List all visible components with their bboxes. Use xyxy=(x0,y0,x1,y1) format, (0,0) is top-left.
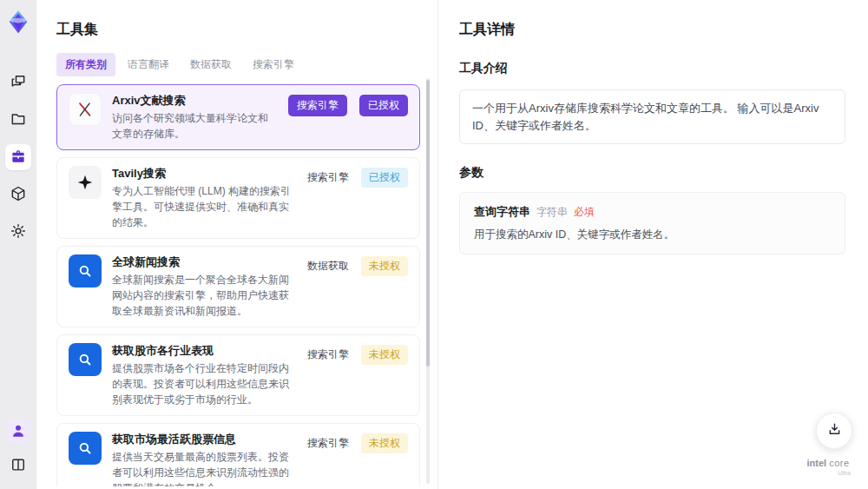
left-rail xyxy=(0,0,36,489)
arxiv-icon xyxy=(69,93,102,126)
tool-category: 搜索引擎 xyxy=(307,170,349,185)
tab-label: 搜索引擎 xyxy=(253,58,294,70)
tab-label: 所有类别 xyxy=(65,58,107,70)
panels-icon xyxy=(10,456,27,476)
tool-auth-badge: 未授权 xyxy=(361,433,408,453)
tool-name: Tavily搜索 xyxy=(112,166,297,181)
tool-category: 数据获取 xyxy=(307,259,349,274)
tool-card[interactable]: 全球新闻搜索 全球新闻搜索是一个聚合全球各大新闻网站内容的搜索引擎，帮助用户快速… xyxy=(56,246,420,327)
category-tab[interactable]: 所有类别 xyxy=(56,53,115,76)
search-blue-icon xyxy=(69,343,102,376)
tool-meta: 数据获取 未授权 xyxy=(307,256,408,276)
tool-body: Arxiv文献搜索 访问各个研究领域大量科学论文和文章的存储库。 xyxy=(112,93,278,142)
user-icon xyxy=(10,422,27,442)
category-tab[interactable]: 数据获取 xyxy=(181,53,240,76)
tool-meta: 搜索引擎 已授权 xyxy=(288,95,408,116)
tool-meta: 搜索引擎 未授权 xyxy=(307,345,408,365)
param-item: 查询字符串 字符串 必填 用于搜索的Arxiv ID、关键字或作者姓名。 xyxy=(459,192,845,254)
params-list: 查询字符串 字符串 必填 用于搜索的Arxiv ID、关键字或作者姓名。 xyxy=(459,192,845,254)
sidebar-item-packages[interactable] xyxy=(5,182,31,208)
category-tabs: 所有类别 语言翻译 数据获取 搜索引擎 xyxy=(56,53,420,76)
tool-description: 全球新闻搜索是一个聚合全球各大新闻网站内容的搜索引擎，帮助用户快速获取全球最新资… xyxy=(112,272,297,319)
tool-card[interactable]: Tavily搜索 专为人工智能代理 (LLM) 构建的搜索引擎工具。可快速提供实… xyxy=(56,157,420,239)
sidebar-item-toolbox[interactable] xyxy=(5,144,31,170)
tool-name: Arxiv文献搜索 xyxy=(112,93,278,108)
tool-description: 专为人工智能代理 (LLM) 构建的搜索引擎工具。可快速提供实时、准确和真实的结… xyxy=(112,183,297,230)
scrollbar-thumb[interactable] xyxy=(426,80,430,367)
tool-meta: 搜索引擎 已授权 xyxy=(307,168,408,188)
tool-card[interactable]: Arxiv文献搜索 访问各个研究领域大量科学论文和文章的存储库。 搜索引擎 已授… xyxy=(56,84,420,150)
tool-body: 获取股市各行业表现 提供股票市场各个行业在特定时间段内的表现。投资者可以利用这些… xyxy=(112,343,297,407)
tool-name: 全球新闻搜索 xyxy=(112,254,297,269)
detail-title: 工具详情 xyxy=(459,21,845,39)
param-name: 查询字符串 xyxy=(474,204,530,220)
params-heading: 参数 xyxy=(459,165,845,181)
param-head: 查询字符串 字符串 必填 xyxy=(474,204,831,220)
tool-auth-badge: 未授权 xyxy=(361,345,408,365)
tool-category: 搜索引擎 xyxy=(288,95,347,116)
param-type: 字符串 xyxy=(536,205,568,220)
settings-icon xyxy=(10,222,27,242)
tool-body: 全球新闻搜索 全球新闻搜索是一个聚合全球各大新闻网站内容的搜索引擎，帮助用户快速… xyxy=(112,254,297,319)
chat-icon xyxy=(10,73,27,93)
tool-category: 搜索引擎 xyxy=(307,347,349,362)
download-icon xyxy=(826,421,843,440)
tool-auth-badge: 未授权 xyxy=(361,256,408,276)
tool-card[interactable]: 获取市场最活跃股票信息 提供当天交易量最高的股票列表。投资者可以利用这些信息来识… xyxy=(56,423,420,486)
toolbox-icon xyxy=(10,148,27,168)
tool-name: 获取股市各行业表现 xyxy=(112,343,297,358)
rail-bottom xyxy=(5,420,31,479)
tool-list-panel: 工具集 所有类别 语言翻译 数据获取 搜索引擎 Arxiv文献搜索 访问各个研究… xyxy=(36,0,437,489)
sidebar-item-files[interactable] xyxy=(5,107,31,133)
intro-heading: 工具介绍 xyxy=(459,61,845,76)
tool-description: 提供股票市场各个行业在特定时间段内的表现。投资者可以利用这些信息来识别表现优于或… xyxy=(112,360,297,407)
folder-icon xyxy=(10,110,27,130)
tool-auth-badge: 已授权 xyxy=(359,95,408,116)
tool-description: 提供当天交易量最高的股票列表。投资者可以利用这些信息来识别流动性强的股票和潜在的… xyxy=(112,449,297,486)
tool-body: Tavily搜索 专为人工智能代理 (LLM) 构建的搜索引擎工具。可快速提供实… xyxy=(112,166,297,230)
tool-card[interactable]: 获取股市各行业表现 提供股票市场各个行业在特定时间段内的表现。投资者可以利用这些… xyxy=(56,334,420,416)
search-blue-icon xyxy=(69,254,102,287)
tool-detail-panel: 工具详情 工具介绍 一个用于从Arxiv存储库搜索科学论文和文章的工具。 输入可… xyxy=(437,0,868,489)
param-description: 用于搜索的Arxiv ID、关键字或作者姓名。 xyxy=(474,228,831,242)
tool-intro-box: 一个用于从Arxiv存储库搜索科学论文和文章的工具。 输入可以是Arxiv ID… xyxy=(459,89,845,144)
sidebar-item-collapse[interactable] xyxy=(5,453,31,479)
tool-list: Arxiv文献搜索 访问各个研究领域大量科学论文和文章的存储库。 搜索引擎 已授… xyxy=(56,84,420,486)
app-logo xyxy=(5,9,31,35)
sidebar-item-user[interactable] xyxy=(6,420,30,444)
tab-label: 语言翻译 xyxy=(128,58,169,70)
page-title: 工具集 xyxy=(56,21,420,39)
download-button[interactable] xyxy=(816,413,852,449)
intel-core-logo: intel core Ultra xyxy=(802,458,854,479)
category-tab[interactable]: 语言翻译 xyxy=(119,53,178,76)
tool-description: 访问各个研究领域大量科学论文和文章的存储库。 xyxy=(112,110,278,142)
sidebar-item-settings[interactable] xyxy=(5,219,31,245)
sidebar-item-chat[interactable] xyxy=(5,69,31,96)
tab-label: 数据获取 xyxy=(190,58,232,70)
tool-body: 获取市场最活跃股票信息 提供当天交易量最高的股票列表。投资者可以利用这些信息来识… xyxy=(112,432,297,486)
category-tab[interactable]: 搜索引擎 xyxy=(244,53,303,76)
tavily-star-icon xyxy=(69,166,102,199)
tool-meta: 搜索引擎 未授权 xyxy=(307,433,408,453)
tool-auth-badge: 已授权 xyxy=(361,168,408,188)
search-blue-icon xyxy=(69,432,102,465)
rail-nav xyxy=(5,69,31,245)
cube-icon xyxy=(10,185,27,205)
tool-name: 获取市场最活跃股票信息 xyxy=(112,432,297,446)
tool-category: 搜索引擎 xyxy=(307,436,349,451)
param-required-flag: 必填 xyxy=(574,205,595,220)
